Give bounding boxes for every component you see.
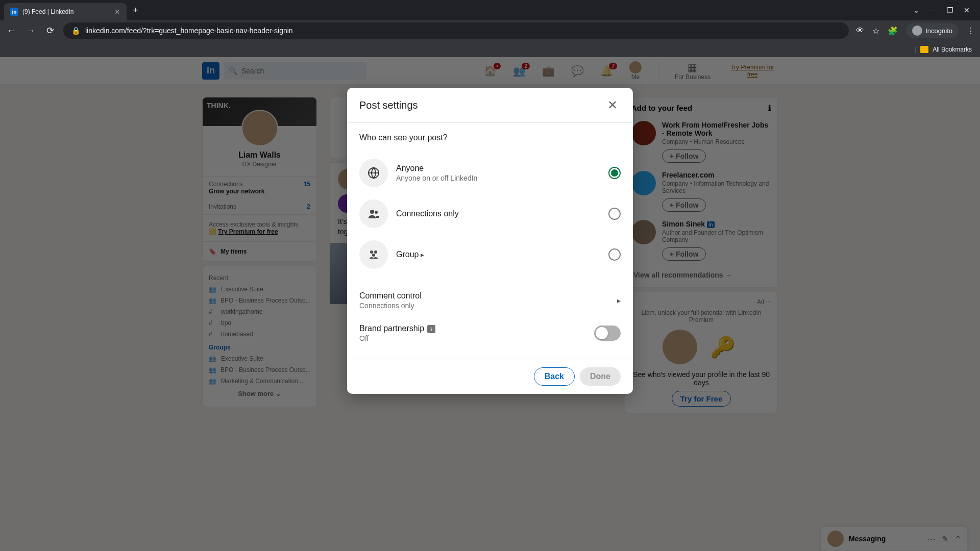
svg-point-5 (374, 251, 377, 254)
incognito-badge: Incognito (906, 23, 959, 38)
option-anyone-sub: Anyone on or off LinkedIn (396, 174, 600, 182)
done-button[interactable]: Done (580, 367, 621, 386)
option-connections[interactable]: Connections only (359, 193, 621, 234)
comment-control-row[interactable]: Comment control Connections only ▸ (359, 283, 621, 318)
radio-anyone[interactable] (608, 167, 621, 179)
eye-off-icon[interactable]: 👁 (856, 26, 864, 35)
post-settings-modal: Post settings ✕ Who can see your post? A… (347, 88, 633, 394)
back-button[interactable]: Back (534, 367, 575, 386)
brand-toggle[interactable] (594, 325, 621, 341)
option-anyone[interactable]: Anyone Anyone on or off LinkedIn (359, 153, 621, 193)
option-group[interactable]: Group▸ (359, 234, 621, 275)
chevron-right-icon: ▸ (617, 296, 621, 305)
radio-group[interactable] (608, 248, 621, 261)
globe-icon (359, 159, 388, 187)
svg-point-3 (375, 211, 378, 214)
all-bookmarks-link[interactable]: All Bookmarks (933, 46, 972, 53)
brand-sub: Off (359, 334, 435, 342)
back-icon[interactable]: ← (5, 26, 17, 36)
minimize-icon[interactable]: ― (929, 6, 937, 14)
incognito-label: Incognito (925, 27, 952, 35)
brand-title: Brand partnershipi (359, 324, 435, 333)
modal-overlay: Post settings ✕ Who can see your post? A… (0, 57, 980, 551)
option-connections-title: Connections only (396, 209, 600, 218)
new-tab-button[interactable]: + (133, 5, 138, 16)
caret-down-icon[interactable]: ⌄ (913, 6, 919, 14)
radio-connections[interactable] (608, 208, 621, 220)
url-text: linkedin.com/feed/?trk=guest_homepage-ba… (85, 27, 293, 35)
extensions-icon[interactable]: 🧩 (888, 26, 898, 36)
browser-tab[interactable]: in (9) Feed | LinkedIn ✕ (4, 3, 127, 20)
incognito-icon (912, 26, 922, 36)
close-icon[interactable]: ✕ (604, 97, 621, 113)
url-input[interactable]: 🔒 linkedin.com/feed/?trk=guest_homepage-… (63, 22, 849, 39)
comment-control-sub: Connections only (359, 302, 422, 310)
chevron-right-icon: ▸ (421, 251, 424, 259)
svg-point-2 (370, 210, 374, 214)
reload-icon[interactable]: ⟳ (44, 25, 56, 36)
bookmark-folder-icon (920, 46, 928, 53)
info-icon[interactable]: i (427, 325, 435, 333)
star-icon[interactable]: ☆ (872, 26, 879, 36)
modal-title: Post settings (359, 99, 418, 111)
bookmarks-divider: | (915, 46, 916, 53)
linkedin-favicon: in (10, 8, 18, 16)
option-anyone-title: Anyone (396, 164, 600, 173)
group-icon (359, 240, 388, 269)
brand-partnership-row: Brand partnershipi Off (359, 318, 621, 348)
svg-point-4 (370, 251, 373, 254)
maximize-icon[interactable]: ❐ (947, 6, 953, 14)
option-group-title: Group▸ (396, 250, 600, 259)
svg-point-6 (372, 254, 375, 257)
close-tab-icon[interactable]: ✕ (114, 8, 120, 16)
comment-control-title: Comment control (359, 291, 422, 300)
forward-icon: → (24, 26, 37, 36)
close-window-icon[interactable]: ✕ (964, 6, 970, 14)
visibility-question: Who can see your post? (359, 133, 621, 142)
people-icon (359, 199, 388, 228)
menu-icon[interactable]: ⋮ (967, 26, 975, 36)
tab-title: (9) Feed | LinkedIn (22, 8, 110, 15)
lock-icon: 🔒 (71, 27, 80, 35)
